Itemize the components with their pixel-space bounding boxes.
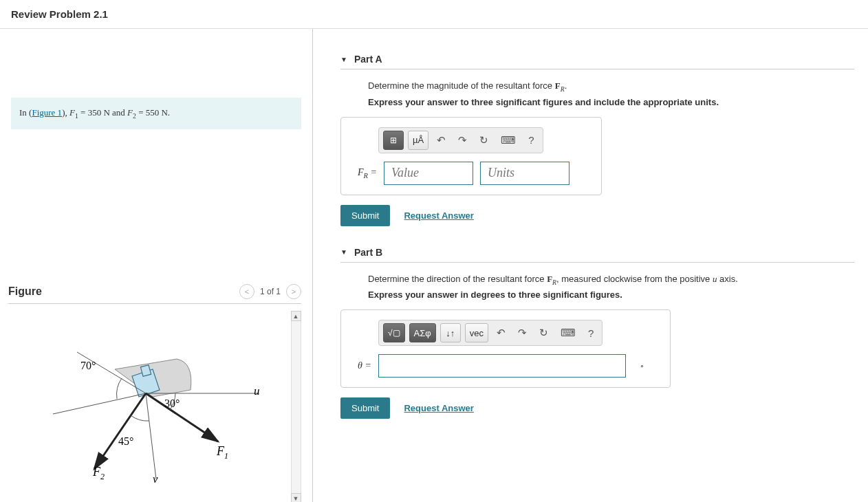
part-a-submit-button[interactable]: Submit [340, 205, 390, 226]
info-prefix: In ( [19, 107, 32, 118]
part-b-submit-row: Submit Request Answer [340, 397, 854, 419]
part-a-equation-row: FR = [358, 162, 592, 185]
axis-line-2 [53, 393, 146, 414]
keyboard-button[interactable]: ⌨ [556, 327, 580, 339]
qa-post: . [565, 80, 567, 91]
undo-button[interactable]: ↶ [492, 327, 510, 339]
vector-f1 [146, 393, 218, 441]
f2-eq: = 550 N. [136, 107, 170, 118]
axis-v-label: v [153, 472, 158, 485]
qa-pre: Determine the magnitude of the resultant… [368, 80, 555, 91]
collapse-icon: ▼ [340, 56, 347, 63]
angle-45-label: 45° [118, 435, 133, 447]
figure-heading: Figure [8, 285, 42, 298]
qb-var: FR [547, 274, 556, 284]
arc-70 [117, 378, 122, 399]
figure-pager: < 1 of 1 > [239, 284, 301, 299]
part-a-answer-box: ⊞ µÅ ↶ ↷ ↻ ⌨ ? FR = [340, 117, 602, 195]
figure-scrollbar[interactable]: ▲ ▼ [290, 311, 301, 502]
scroll-down-icon[interactable]: ▼ [291, 493, 301, 502]
units-input[interactable] [480, 162, 569, 185]
part-a-request-answer-link[interactable]: Request Answer [404, 210, 473, 221]
f2-var: F [127, 107, 133, 118]
f1-label: F1 [216, 444, 228, 461]
figure-canvas: 70° 30° 45° u v F1 F2 [8, 311, 290, 490]
help-button[interactable]: ? [584, 327, 598, 339]
undo-button[interactable]: ↶ [433, 134, 450, 146]
keyboard-button[interactable]: ⌨ [497, 134, 520, 146]
reset-button[interactable]: ↻ [535, 327, 552, 339]
part-b-toolbar: √▢ ΑΣφ ↓↑ vec ↶ ↷ ↻ ⌨ ? [378, 320, 603, 346]
reset-button[interactable]: ↻ [475, 134, 492, 146]
next-figure-button[interactable]: > [286, 284, 301, 299]
sqrt-button[interactable]: √▢ [383, 323, 405, 342]
qa-var: FR [555, 80, 565, 91]
part-a-question: Determine the magnitude of the resultant… [368, 80, 854, 93]
theta-input[interactable] [378, 354, 626, 378]
info-after-link: ), [62, 107, 69, 118]
part-b-request-answer-link[interactable]: Request Answer [404, 403, 473, 413]
fr-label: FR = [358, 167, 377, 179]
redo-button[interactable]: ↷ [514, 327, 531, 339]
part-b-answer-box: √▢ ΑΣφ ↓↑ vec ↶ ↷ ↻ ⌨ ? θ = ∘ [340, 309, 671, 388]
greek-button[interactable]: ΑΣφ [409, 323, 436, 342]
main-layout: In (Figure 1), F1 = 350 N and F2 = 550 N… [0, 29, 868, 502]
redo-button[interactable]: ↷ [454, 134, 471, 146]
angle-70-label: 70° [80, 360, 96, 371]
part-b-title: Part B [354, 247, 382, 258]
vector-f2 [94, 393, 146, 469]
part-b-header[interactable]: ▼ Part B [340, 243, 854, 263]
part-b-equation-row: θ = ∘ [358, 354, 660, 378]
axis-u-label: u [254, 384, 260, 397]
figure-header: Figure < 1 of 1 > [8, 279, 301, 304]
f1-var: F [69, 107, 75, 118]
arc-45 [131, 415, 149, 421]
left-column: In (Figure 1), F1 = 350 N and F2 = 550 N… [0, 29, 313, 502]
scripts-button[interactable]: ↓↑ [440, 323, 461, 342]
part-b-instruction: Express your answer in degrees to three … [368, 290, 854, 300]
figure-section: Figure < 1 of 1 > [0, 279, 312, 502]
qb-pre: Determine the direction of the resultant… [368, 274, 547, 284]
part-a-toolbar: ⊞ µÅ ↶ ↷ ↻ ⌨ ? [378, 127, 543, 153]
help-button[interactable]: ? [524, 134, 538, 146]
qb-post: axis. [717, 274, 737, 284]
figure-body: 70° 30° 45° u v F1 F2 ▲ ▼ [8, 311, 301, 502]
part-a-submit-row: Submit Request Answer [340, 205, 854, 226]
page-title: Review Problem 2.1 [0, 0, 868, 29]
part-b-question: Determine the direction of the resultant… [368, 274, 854, 286]
degree-unit: ∘ [640, 362, 644, 371]
figure-pager-text: 1 of 1 [260, 287, 281, 296]
scroll-track[interactable] [291, 321, 301, 493]
f1-eq: = 350 N and [78, 107, 127, 118]
vec-button[interactable]: vec [465, 323, 488, 342]
right-column: ▼ Part A Determine the magnitude of the … [313, 29, 868, 502]
angle-30-label: 30° [164, 397, 180, 409]
part-a-header[interactable]: ▼ Part A [340, 50, 854, 69]
part-b-submit-button[interactable]: Submit [340, 397, 390, 419]
f2-label: F2 [92, 465, 105, 481]
prev-figure-button[interactable]: < [239, 284, 254, 299]
value-input[interactable] [384, 162, 473, 185]
collapse-icon: ▼ [340, 248, 347, 256]
part-a-instruction: Express your answer to three significant… [368, 97, 854, 107]
theta-label: θ = [358, 360, 371, 371]
problem-statement: In (Figure 1), F1 = 350 N and F2 = 550 N… [11, 98, 301, 129]
scroll-up-icon[interactable]: ▲ [291, 311, 301, 321]
templates-button[interactable]: ⊞ [383, 131, 404, 150]
v-axis [146, 393, 156, 479]
figure-link[interactable]: Figure 1 [32, 107, 62, 118]
figure-svg: 70° 30° 45° u v F1 F2 [8, 311, 290, 490]
qb-mid: , measured clockwise from the positive [556, 274, 713, 284]
units-button[interactable]: µÅ [408, 131, 428, 150]
part-a-title: Part A [354, 54, 382, 65]
